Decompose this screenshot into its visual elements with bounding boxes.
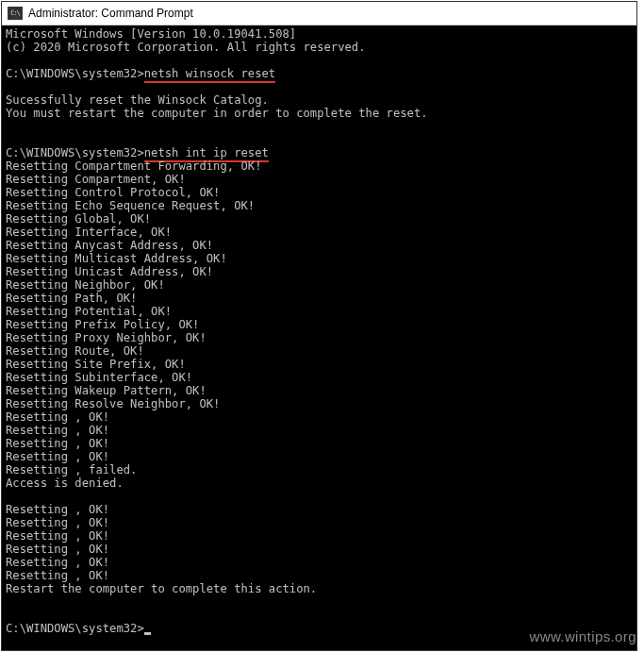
watermark-text: www.wintips.org bbox=[529, 628, 636, 644]
prompt-2: C:\WINDOWS\system32> bbox=[6, 146, 144, 159]
output-line: Resetting , failed. bbox=[6, 463, 137, 476]
output-line: Resetting , OK! bbox=[6, 503, 109, 516]
output-line: Resetting Interface, OK! bbox=[6, 226, 172, 239]
output-line: Resetting Prefix Policy, OK! bbox=[6, 318, 199, 331]
output-line: Resetting , OK! bbox=[6, 529, 109, 543]
command-prompt-window: Administrator: Command Prompt Microsoft … bbox=[1, 1, 637, 651]
version-line: Microsoft Windows [Version 10.0.19041.50… bbox=[6, 27, 296, 41]
output-line: Resetting , OK! bbox=[6, 424, 109, 437]
command-1: netsh winsock reset bbox=[144, 67, 275, 83]
output-line: Resetting , OK! bbox=[6, 437, 109, 450]
output-line: Resetting Wakeup Pattern, OK! bbox=[6, 384, 206, 397]
output-line: Resetting Echo Sequence Request, OK! bbox=[6, 199, 255, 212]
output-line: Resetting , OK! bbox=[6, 556, 109, 569]
output-line: Sucessfully reset the Winsock Catalog. bbox=[6, 93, 269, 107]
output-line: Resetting , OK! bbox=[6, 450, 109, 463]
titlebar[interactable]: Administrator: Command Prompt bbox=[2, 2, 636, 25]
output-line: Resetting , OK! bbox=[6, 516, 109, 529]
output-line: Resetting Site Prefix, OK! bbox=[6, 358, 186, 371]
cursor bbox=[144, 632, 151, 635]
output-line: Resetting Compartment Forwarding, OK! bbox=[6, 159, 262, 173]
window-title: Administrator: Command Prompt bbox=[28, 7, 193, 20]
prompt-1: C:\WINDOWS\system32> bbox=[6, 67, 144, 80]
output-line: Resetting Unicast Address, OK! bbox=[6, 265, 213, 278]
output-line: Restart the computer to complete this ac… bbox=[6, 582, 317, 595]
output-line: Resetting , OK! bbox=[6, 543, 109, 556]
output-line: Resetting , OK! bbox=[6, 569, 109, 582]
output-line: Resetting Route, OK! bbox=[6, 344, 144, 358]
output-line: You must restart the computer in order t… bbox=[6, 107, 428, 120]
output-line: Resetting Neighbor, OK! bbox=[6, 278, 165, 292]
output-line: Resetting Resolve Neighbor, OK! bbox=[6, 397, 220, 410]
output-line: Resetting Path, OK! bbox=[6, 292, 137, 305]
output-line: Resetting , OK! bbox=[6, 410, 109, 424]
output-line: Access is denied. bbox=[6, 476, 124, 490]
output-line: Resetting Subinterface, OK! bbox=[6, 371, 192, 384]
output-line: Resetting Global, OK! bbox=[6, 212, 151, 226]
output-line: Resetting Potential, OK! bbox=[6, 305, 172, 318]
prompt-3: C:\WINDOWS\system32> bbox=[6, 622, 144, 635]
output-line: Resetting Control Protocol, OK! bbox=[6, 186, 220, 199]
output-line: Resetting Anycast Address, OK! bbox=[6, 239, 213, 252]
terminal-area[interactable]: Microsoft Windows [Version 10.0.19041.50… bbox=[2, 25, 636, 650]
output-line: Resetting Multicast Address, OK! bbox=[6, 252, 227, 265]
copyright-line: (c) 2020 Microsoft Corporation. All righ… bbox=[6, 41, 366, 54]
output-line: Resetting Compartment, OK! bbox=[6, 173, 186, 186]
output-line: Resetting Proxy Neighbor, OK! bbox=[6, 331, 206, 344]
cmd-icon bbox=[8, 7, 23, 20]
